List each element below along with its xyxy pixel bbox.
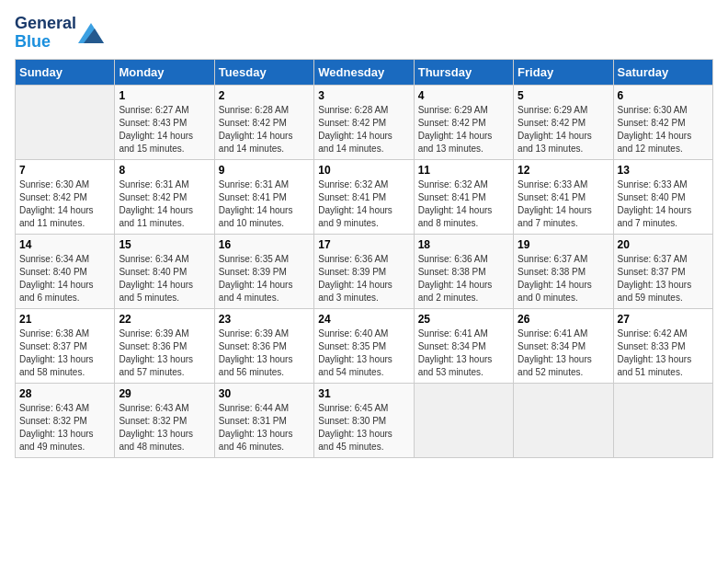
day-info: Sunrise: 6:39 AM Sunset: 8:36 PM Dayligh… [119, 327, 210, 379]
day-info: Sunrise: 6:32 AM Sunset: 8:41 PM Dayligh… [318, 178, 409, 230]
day-info: Sunrise: 6:40 AM Sunset: 8:35 PM Dayligh… [318, 327, 409, 379]
week-row-1: 1Sunrise: 6:27 AM Sunset: 8:43 PM Daylig… [16, 85, 713, 159]
header-day-friday: Friday [514, 59, 613, 85]
day-info: Sunrise: 6:37 AM Sunset: 8:37 PM Dayligh… [618, 253, 709, 304]
day-number: 9 [219, 164, 310, 177]
calendar-cell: 29Sunrise: 6:43 AM Sunset: 8:32 PM Dayli… [115, 383, 214, 457]
day-number: 4 [418, 89, 509, 102]
day-number: 7 [19, 164, 110, 177]
calendar-cell [613, 383, 712, 457]
day-info: Sunrise: 6:43 AM Sunset: 8:32 PM Dayligh… [119, 402, 210, 454]
day-number: 28 [19, 387, 110, 400]
calendar-cell [16, 85, 115, 159]
logo-text: GeneralBlue [15, 15, 76, 52]
day-number: 25 [418, 313, 509, 326]
day-number: 29 [119, 387, 210, 400]
calendar-cell: 4Sunrise: 6:29 AM Sunset: 8:42 PM Daylig… [414, 85, 513, 159]
day-number: 22 [119, 313, 210, 326]
calendar-cell: 25Sunrise: 6:41 AM Sunset: 8:34 PM Dayli… [414, 308, 513, 383]
day-info: Sunrise: 6:31 AM Sunset: 8:42 PM Dayligh… [119, 178, 210, 230]
calendar-body: 1Sunrise: 6:27 AM Sunset: 8:43 PM Daylig… [16, 85, 713, 457]
day-info: Sunrise: 6:41 AM Sunset: 8:34 PM Dayligh… [418, 327, 509, 379]
calendar-cell: 30Sunrise: 6:44 AM Sunset: 8:31 PM Dayli… [214, 383, 313, 457]
logo: GeneralBlue [15, 15, 104, 52]
day-info: Sunrise: 6:39 AM Sunset: 8:36 PM Dayligh… [219, 327, 310, 379]
day-info: Sunrise: 6:41 AM Sunset: 8:34 PM Dayligh… [518, 327, 609, 379]
calendar-cell: 10Sunrise: 6:32 AM Sunset: 8:41 PM Dayli… [314, 159, 414, 234]
day-info: Sunrise: 6:37 AM Sunset: 8:38 PM Dayligh… [518, 253, 609, 304]
calendar-cell: 14Sunrise: 6:34 AM Sunset: 8:40 PM Dayli… [16, 234, 115, 308]
day-number: 12 [518, 164, 609, 177]
day-number: 26 [518, 313, 609, 326]
calendar-cell: 2Sunrise: 6:28 AM Sunset: 8:42 PM Daylig… [214, 85, 313, 159]
day-info: Sunrise: 6:30 AM Sunset: 8:42 PM Dayligh… [19, 178, 110, 230]
day-number: 30 [219, 387, 310, 400]
calendar-cell: 16Sunrise: 6:35 AM Sunset: 8:39 PM Dayli… [214, 234, 313, 308]
day-number: 3 [318, 89, 409, 102]
day-info: Sunrise: 6:29 AM Sunset: 8:42 PM Dayligh… [518, 104, 609, 155]
day-info: Sunrise: 6:36 AM Sunset: 8:39 PM Dayligh… [318, 253, 409, 304]
day-number: 31 [318, 387, 409, 400]
calendar-cell: 6Sunrise: 6:30 AM Sunset: 8:42 PM Daylig… [613, 85, 712, 159]
day-info: Sunrise: 6:43 AM Sunset: 8:32 PM Dayligh… [19, 402, 110, 454]
day-number: 6 [618, 89, 709, 102]
day-info: Sunrise: 6:33 AM Sunset: 8:41 PM Dayligh… [518, 178, 609, 230]
calendar-cell [514, 383, 613, 457]
day-info: Sunrise: 6:28 AM Sunset: 8:42 PM Dayligh… [219, 104, 310, 155]
logo-icon [78, 23, 104, 43]
day-number: 23 [219, 313, 310, 326]
calendar-cell: 31Sunrise: 6:45 AM Sunset: 8:30 PM Dayli… [314, 383, 414, 457]
day-info: Sunrise: 6:34 AM Sunset: 8:40 PM Dayligh… [19, 253, 110, 304]
day-number: 8 [119, 164, 210, 177]
day-info: Sunrise: 6:28 AM Sunset: 8:42 PM Dayligh… [318, 104, 409, 155]
day-number: 19 [518, 238, 609, 251]
day-number: 24 [318, 313, 409, 326]
calendar-table: SundayMondayTuesdayWednesdayThursdayFrid… [15, 59, 713, 458]
calendar-cell: 19Sunrise: 6:37 AM Sunset: 8:38 PM Dayli… [514, 234, 613, 308]
calendar-cell: 26Sunrise: 6:41 AM Sunset: 8:34 PM Dayli… [514, 308, 613, 383]
header-day-monday: Monday [115, 59, 214, 85]
header-day-sunday: Sunday [16, 59, 115, 85]
header-day-tuesday: Tuesday [214, 59, 313, 85]
calendar-cell: 8Sunrise: 6:31 AM Sunset: 8:42 PM Daylig… [115, 159, 214, 234]
header-day-saturday: Saturday [613, 59, 712, 85]
day-number: 1 [119, 89, 210, 102]
calendar-cell: 21Sunrise: 6:38 AM Sunset: 8:37 PM Dayli… [16, 308, 115, 383]
week-row-4: 21Sunrise: 6:38 AM Sunset: 8:37 PM Dayli… [16, 308, 713, 383]
header-day-wednesday: Wednesday [314, 59, 414, 85]
calendar-cell: 28Sunrise: 6:43 AM Sunset: 8:32 PM Dayli… [16, 383, 115, 457]
day-info: Sunrise: 6:29 AM Sunset: 8:42 PM Dayligh… [418, 104, 509, 155]
calendar-cell: 27Sunrise: 6:42 AM Sunset: 8:33 PM Dayli… [613, 308, 712, 383]
calendar-cell: 20Sunrise: 6:37 AM Sunset: 8:37 PM Dayli… [613, 234, 712, 308]
header-day-thursday: Thursday [414, 59, 513, 85]
day-info: Sunrise: 6:32 AM Sunset: 8:41 PM Dayligh… [418, 178, 509, 230]
day-info: Sunrise: 6:27 AM Sunset: 8:43 PM Dayligh… [119, 104, 210, 155]
day-info: Sunrise: 6:33 AM Sunset: 8:40 PM Dayligh… [618, 178, 709, 230]
day-info: Sunrise: 6:44 AM Sunset: 8:31 PM Dayligh… [219, 402, 310, 454]
calendar-cell: 7Sunrise: 6:30 AM Sunset: 8:42 PM Daylig… [16, 159, 115, 234]
calendar-cell: 18Sunrise: 6:36 AM Sunset: 8:38 PM Dayli… [414, 234, 513, 308]
day-info: Sunrise: 6:38 AM Sunset: 8:37 PM Dayligh… [19, 327, 110, 379]
day-info: Sunrise: 6:31 AM Sunset: 8:41 PM Dayligh… [219, 178, 310, 230]
day-number: 17 [318, 238, 409, 251]
day-number: 10 [318, 164, 409, 177]
calendar-cell: 13Sunrise: 6:33 AM Sunset: 8:40 PM Dayli… [613, 159, 712, 234]
calendar-cell: 1Sunrise: 6:27 AM Sunset: 8:43 PM Daylig… [115, 85, 214, 159]
calendar-cell: 12Sunrise: 6:33 AM Sunset: 8:41 PM Dayli… [514, 159, 613, 234]
day-number: 16 [219, 238, 310, 251]
day-number: 14 [19, 238, 110, 251]
week-row-2: 7Sunrise: 6:30 AM Sunset: 8:42 PM Daylig… [16, 159, 713, 234]
day-number: 2 [219, 89, 310, 102]
day-info: Sunrise: 6:34 AM Sunset: 8:40 PM Dayligh… [119, 253, 210, 304]
calendar-cell: 15Sunrise: 6:34 AM Sunset: 8:40 PM Dayli… [115, 234, 214, 308]
calendar-cell: 17Sunrise: 6:36 AM Sunset: 8:39 PM Dayli… [314, 234, 414, 308]
day-number: 27 [618, 313, 709, 326]
day-number: 13 [618, 164, 709, 177]
day-info: Sunrise: 6:35 AM Sunset: 8:39 PM Dayligh… [219, 253, 310, 304]
calendar-cell: 24Sunrise: 6:40 AM Sunset: 8:35 PM Dayli… [314, 308, 414, 383]
day-number: 5 [518, 89, 609, 102]
day-info: Sunrise: 6:45 AM Sunset: 8:30 PM Dayligh… [318, 402, 409, 454]
day-info: Sunrise: 6:30 AM Sunset: 8:42 PM Dayligh… [618, 104, 709, 155]
day-info: Sunrise: 6:42 AM Sunset: 8:33 PM Dayligh… [618, 327, 709, 379]
calendar-cell [414, 383, 513, 457]
